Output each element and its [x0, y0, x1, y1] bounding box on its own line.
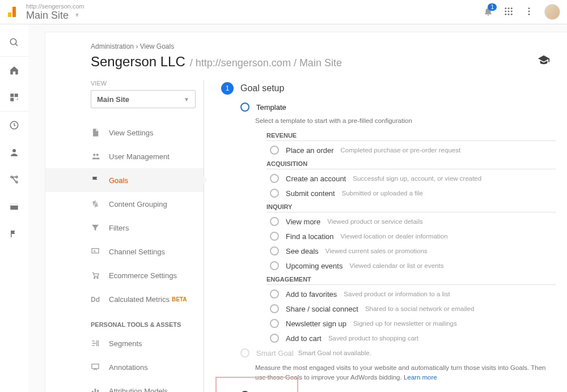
personal-tools-header: PERSONAL TOOLS & ASSETS [45, 321, 204, 328]
svg-point-3 [508, 7, 510, 9]
radio-icon [270, 246, 279, 255]
svg-point-2 [505, 7, 506, 9]
breadcrumb: Administration › View Goals [45, 42, 567, 50]
svg-line-15 [15, 44, 18, 46]
svg-point-29 [96, 154, 99, 156]
svg-point-33 [94, 278, 95, 279]
svg-rect-26 [10, 204, 18, 206]
page-subtitle: / http://sengerson.com / Main Site [190, 57, 342, 69]
acquisition-icon[interactable] [9, 174, 20, 185]
template-option[interactable]: Newsletter sign upSigned up for newslett… [270, 319, 553, 328]
grouping-icon [91, 199, 103, 208]
step-title: Goal setup [240, 83, 284, 93]
svg-point-31 [96, 204, 98, 206]
radio-icon [270, 319, 279, 328]
bars-icon [91, 386, 103, 392]
nav-view-settings[interactable]: View Settings [45, 121, 204, 144]
radio-icon [270, 174, 279, 183]
view-section-label: VIEW [45, 80, 204, 87]
template-option[interactable]: See dealsViewed current sales or promoti… [270, 246, 553, 255]
nav-filters[interactable]: Filters [45, 216, 204, 240]
svg-rect-18 [10, 98, 14, 101]
nav-channel-settings[interactable]: Channel Settings [45, 240, 204, 263]
breadcrumb-admin[interactable]: Administration [91, 42, 134, 50]
radio-icon [270, 189, 279, 198]
nav-content-grouping[interactable]: Content Grouping [45, 192, 204, 216]
svg-rect-27 [11, 231, 12, 237]
beta-badge: BETA [172, 296, 187, 302]
audience-icon[interactable] [9, 147, 20, 158]
nav-calculated-metrics[interactable]: DdCalculated MetricsBETA [45, 287, 204, 311]
nav-goals[interactable]: Goals [45, 168, 204, 192]
search-icon[interactable] [9, 37, 20, 48]
template-option[interactable]: View moreViewed product or service detai… [270, 217, 553, 226]
dashboards-icon[interactable]: + [9, 92, 20, 103]
conversions-icon[interactable] [9, 228, 20, 240]
svg-point-10 [511, 13, 513, 15]
graduation-cap-icon[interactable] [538, 54, 550, 68]
svg-rect-16 [10, 93, 14, 97]
nav-ecommerce-settings[interactable]: Ecommerce Settings [45, 263, 204, 287]
svg-point-4 [511, 7, 513, 9]
user-avatar[interactable] [544, 4, 560, 20]
svg-point-34 [97, 278, 98, 279]
template-option[interactable]: Place an orderCompleted purchase or pre-… [270, 146, 553, 155]
template-option[interactable]: Upcoming eventsViewed calendar or list o… [270, 261, 553, 270]
svg-point-11 [528, 7, 530, 9]
dd-icon: Dd [91, 295, 103, 303]
admin-nav: VIEW Main Site ▼ View Settings User Mana… [45, 80, 204, 392]
group-header: ACQUISITION [266, 160, 556, 169]
admin-card: Administration › View Goals Sengerson LL… [45, 32, 567, 392]
svg-point-24 [16, 176, 18, 178]
behavior-icon[interactable] [9, 201, 20, 212]
apps-icon[interactable] [503, 6, 514, 18]
group-header: REVENUE [266, 132, 556, 141]
goal-setup-panel: 1 Goal setup Template Select a template … [204, 80, 567, 392]
radio-icon [270, 289, 279, 299]
svg-point-7 [511, 10, 513, 12]
template-option[interactable]: Add to favoritesSaved product or informa… [270, 289, 553, 299]
radio-icon [270, 232, 279, 241]
svg-point-8 [505, 13, 506, 15]
view-dropdown[interactable]: Main Site ▼ [91, 90, 196, 108]
nav-annotations[interactable]: Annotations [45, 355, 204, 379]
property-selector[interactable]: http://sengerson.com Main Site▼ [26, 3, 84, 20]
notifications-button[interactable]: 1 [483, 6, 493, 18]
svg-point-14 [10, 39, 16, 45]
channel-icon [91, 247, 103, 256]
nav-segments[interactable]: Segments [45, 331, 204, 355]
highlight-box [215, 377, 298, 392]
radio-icon [270, 304, 279, 313]
svg-point-9 [508, 13, 510, 15]
site-url: http://sengerson.com [26, 3, 84, 10]
home-icon[interactable] [9, 65, 20, 76]
nav-attribution-models[interactable]: Attribution Models [45, 379, 204, 392]
nav-rail: + [0, 24, 28, 392]
svg-rect-39 [97, 390, 99, 392]
template-option[interactable]: Create an accountSuccessful sign up, acc… [270, 174, 553, 183]
svg-text:+: + [16, 97, 19, 101]
template-option[interactable]: Share / social connectShared to a social… [270, 304, 553, 313]
step-number: 1 [221, 82, 234, 95]
svg-rect-0 [8, 12, 11, 17]
realtime-icon[interactable] [9, 120, 20, 131]
template-option[interactable]: Add to cartSaved product to shopping car… [270, 334, 553, 343]
svg-point-12 [528, 10, 530, 12]
page-title: Sengerson LLC [91, 54, 185, 70]
group-header: ENGAGEMENT [266, 276, 556, 285]
template-option[interactable]: Find a locationViewed location or dealer… [270, 232, 553, 241]
radio-icon [270, 261, 279, 270]
option-template[interactable]: Template [240, 103, 553, 112]
template-hint: Select a template to start with a pre-fi… [255, 117, 553, 124]
svg-point-21 [12, 149, 16, 152]
svg-rect-1 [12, 7, 16, 17]
file-icon [91, 128, 103, 137]
learn-more-link[interactable]: Learn more [404, 374, 437, 381]
svg-point-30 [93, 202, 95, 203]
nav-user-management[interactable]: User Management [45, 144, 204, 168]
template-option[interactable]: Submit contentSubmitted or uploaded a fi… [270, 189, 553, 198]
filter-icon [91, 223, 103, 232]
radio-icon [270, 146, 279, 155]
more-icon[interactable] [524, 6, 534, 18]
option-smart-goal: Smart Goal Smart Goal not available. [240, 348, 553, 357]
